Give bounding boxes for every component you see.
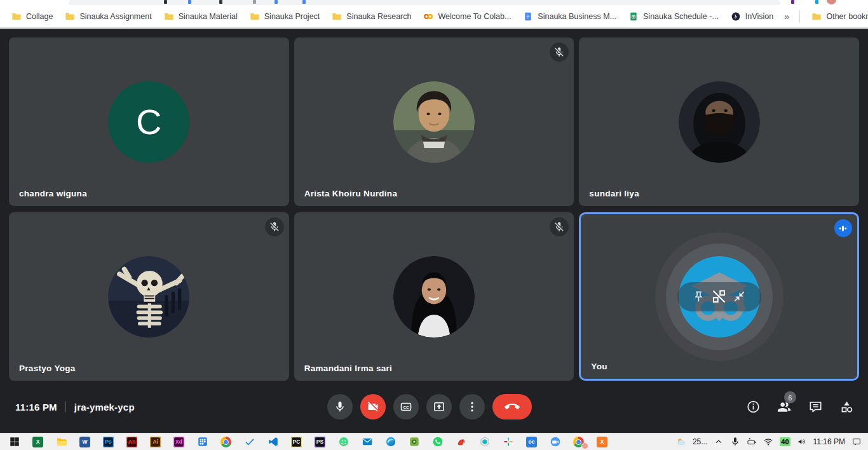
phpstorm-icon[interactable]: PS (308, 433, 332, 450)
photoshop-icon[interactable]: Ps (97, 433, 120, 450)
pycharm-icon-glyph: PC (291, 437, 302, 447)
mic-muted-indicator (550, 43, 569, 62)
hexagon-app-icon[interactable] (473, 433, 496, 450)
other-bookmarks-button[interactable]: Other bookmarks (808, 9, 868, 24)
participant-tile[interactable]: Prastyo Yoga (9, 212, 289, 381)
participant-tile[interactable]: Cchandra wiguna (9, 38, 289, 206)
colab-icon (423, 11, 433, 22)
bookmark-item[interactable]: Sinauka Business M... (519, 9, 625, 24)
participant-tile[interactable]: Ramandani Irma sari (294, 212, 574, 381)
mic-button[interactable] (327, 394, 353, 419)
panel-controls: 6 (746, 400, 854, 414)
topbar-fragment (302, 0, 306, 4)
illustrator-icon-glyph: Ai (150, 437, 161, 447)
wifi-icon[interactable] (763, 437, 773, 447)
mic-muted-indicator (550, 217, 569, 236)
bookmark-item[interactable]: InVision (727, 9, 782, 24)
tray-expand-chevron-icon[interactable] (714, 437, 724, 447)
battery-percent-badge[interactable]: 40 (780, 437, 790, 446)
participant-avatar (679, 81, 760, 163)
adobe-xd-icon[interactable]: Xd (167, 433, 191, 450)
bookmarks-overflow-chevron[interactable]: » (782, 11, 792, 22)
chrome-icon[interactable] (214, 433, 238, 450)
phpstorm-icon-glyph: PS (315, 437, 325, 447)
illustrator-icon[interactable]: Ai (144, 433, 167, 450)
audio-level-indicator (834, 219, 852, 237)
more-options-button[interactable] (459, 394, 485, 419)
bookmarks-right: » Other bookmarks (782, 9, 868, 24)
calendar-app-icon[interactable] (191, 433, 214, 450)
taskbar-clock[interactable]: 11:16 PM (813, 437, 845, 446)
camera-app-icon[interactable] (543, 433, 567, 450)
whatsapp-icon[interactable] (426, 433, 449, 450)
profile-avatar[interactable] (827, 0, 836, 4)
xampp-icon[interactable]: X (590, 433, 614, 450)
minimize-tile-button[interactable] (733, 290, 745, 303)
participant-tile[interactable]: You (579, 212, 859, 381)
remove-from-grid-button[interactable] (710, 288, 728, 305)
participants-button[interactable]: 6 (777, 400, 792, 414)
word-icon[interactable]: W (73, 433, 97, 450)
bookmark-label: Sinauka Research (346, 12, 411, 21)
vscode-icon[interactable] (261, 433, 285, 450)
tile-hover-actions (677, 282, 761, 311)
bookmark-item[interactable]: Welcome To Colab... (419, 9, 519, 24)
bookmark-label: Sinauka Material (179, 12, 238, 21)
participant-tile[interactable]: Arista Khoiru Nurdina (294, 38, 574, 206)
participant-name: sundari liya (589, 189, 639, 198)
tray-mic-icon[interactable] (730, 437, 740, 447)
folder-icon (164, 11, 174, 22)
participant-tile[interactable]: sundari liya (579, 38, 859, 206)
bookmark-item[interactable]: Sinauka Assignment (61, 9, 159, 24)
meeting-details-button[interactable] (746, 400, 761, 414)
activities-button[interactable] (839, 400, 854, 414)
topbar-fragment (275, 0, 278, 4)
end-call-button[interactable] (492, 394, 532, 419)
bird-app-icon[interactable] (449, 433, 473, 450)
bookmark-label: Sinauka Assignment (79, 12, 151, 21)
taskbar-apps: XWPsAnAiXdPCPSocX (0, 433, 614, 450)
chrome-meet-icon[interactable] (567, 433, 590, 450)
bookmark-item[interactable]: Sinauka Schedule -... (625, 9, 727, 24)
mail-app-icon[interactable] (355, 433, 379, 450)
bookmark-label: Collage (26, 12, 53, 21)
participant-name: Prastyo Yoga (19, 364, 76, 373)
flower-app-icon[interactable] (496, 433, 520, 450)
system-tray: 25... 40 11:16 PM (676, 437, 868, 447)
meet-bottom-bar: 11:16 PM jra-ymek-ycp CC 6 (0, 381, 868, 433)
captions-button[interactable]: CC (393, 394, 419, 419)
camera-off-button[interactable] (360, 394, 386, 419)
folder-icon (250, 11, 260, 22)
pin-participant-button[interactable] (693, 290, 705, 303)
weather-icon[interactable] (676, 437, 686, 447)
edge-icon[interactable] (379, 433, 402, 450)
battery-charging-icon[interactable] (747, 437, 757, 447)
check-app-icon[interactable] (238, 433, 261, 450)
bookmark-item[interactable]: Sinauka Research (328, 9, 419, 24)
notification-overlay (581, 442, 588, 449)
other-bookmarks-label: Other bookmarks (826, 12, 868, 21)
meeting-time: 11:16 PM (15, 402, 57, 412)
bookmarks-list: CollageSinauka AssignmentSinauka Materia… (8, 9, 782, 24)
chat-button[interactable] (808, 400, 823, 414)
start-button[interactable] (3, 433, 26, 450)
bookmark-item[interactable]: Sinauka Project (246, 9, 329, 24)
browser-topbar (0, 0, 868, 5)
android-studio-icon[interactable] (332, 433, 355, 450)
pycharm-icon[interactable]: PC (285, 433, 308, 450)
animate-icon[interactable]: An (120, 433, 144, 450)
word-icon-glyph: W (79, 437, 90, 447)
oc-app-icon[interactable]: oc (520, 433, 543, 450)
excel-icon[interactable]: X (26, 433, 50, 450)
bookmarks-separator (799, 11, 800, 22)
bookmark-item[interactable]: Sinauka Material (160, 9, 246, 24)
action-center-icon[interactable] (851, 437, 862, 447)
volume-icon[interactable] (797, 437, 807, 447)
participant-name: Arista Khoiru Nurdina (304, 189, 398, 198)
sheets-icon (628, 11, 639, 22)
present-button[interactable] (426, 394, 452, 419)
weather-temp[interactable]: 25... (693, 437, 707, 446)
file-explorer-icon[interactable] (50, 433, 73, 450)
screen-recorder-icon[interactable] (402, 433, 426, 450)
bookmark-item[interactable]: Collage (8, 9, 61, 24)
